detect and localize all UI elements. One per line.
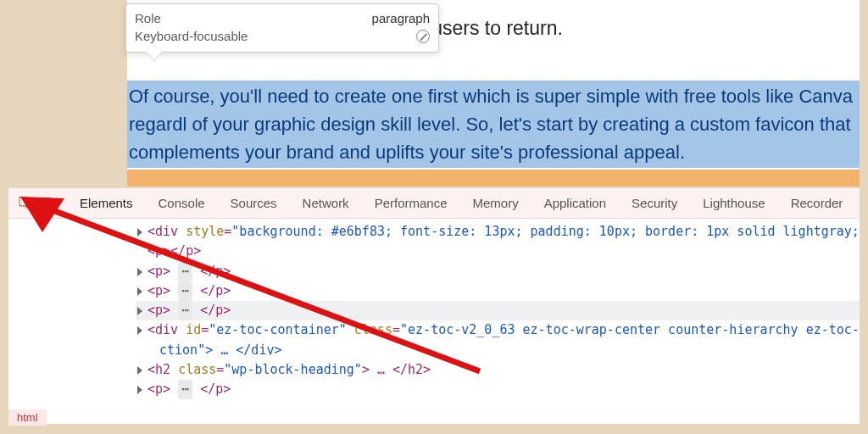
tooltip-role-label: Role <box>135 11 161 25</box>
tab-performance[interactable]: Performance <box>366 191 456 215</box>
dom-node[interactable]: <p> ⋯ </p> <box>136 380 860 399</box>
highlighted-paragraph[interactable]: Of course, you'll need to create one fir… <box>127 81 860 168</box>
dom-breadcrumb[interactable]: html <box>8 409 47 426</box>
tab-memory[interactable]: Memory <box>465 191 527 215</box>
tab-sources[interactable]: Sources <box>222 191 286 215</box>
tab-security[interactable]: Security <box>623 191 686 215</box>
tooltip-focus-label: Keyboard-focusable <box>135 29 248 43</box>
tab-recorder[interactable]: Recorder <box>782 191 852 215</box>
dom-node-selected[interactable]: <p> ⋯ </p> <box>136 301 860 320</box>
dom-node[interactable]: <p></p> <box>136 242 860 261</box>
tab-network[interactable]: Network <box>294 191 358 215</box>
devtools-panel: Elements Console Sources Network Perform… <box>8 188 860 424</box>
tab-console[interactable]: Console <box>150 191 214 215</box>
dom-node[interactable]: <p> ⋯ </p> <box>136 262 860 281</box>
svg-rect-2 <box>48 202 53 209</box>
devtools-tabbar: Elements Console Sources Network Perform… <box>8 188 860 219</box>
accessibility-tooltip: Role paragraph Keyboard-focusable <box>125 3 439 53</box>
tab-application[interactable]: Application <box>536 191 615 215</box>
inline-style-highlight <box>127 170 860 186</box>
tab-elements[interactable]: Elements <box>71 191 142 215</box>
prohibited-icon <box>416 30 430 43</box>
inspect-element-icon[interactable] <box>19 195 32 212</box>
tab-lighthouse[interactable]: Lighthouse <box>694 191 773 215</box>
dom-node[interactable]: <div style="background: #e6bf83; font-si… <box>136 222 860 242</box>
dom-node[interactable]: <div id="ez-toc-container" class="ez-toc… <box>136 320 860 340</box>
tooltip-role-value: paragraph <box>372 11 430 25</box>
dom-node[interactable]: <h2 class="wp-block-heading"> … </h2> <box>136 360 860 380</box>
dom-node[interactable]: <p> ⋯ </p> <box>136 281 860 301</box>
dom-node-cont[interactable]: ction"> … </div> <box>136 341 860 360</box>
elements-dom-tree[interactable]: <div style="background: #e6bf83; font-si… <box>8 219 860 399</box>
device-toggle-icon[interactable] <box>41 195 54 212</box>
